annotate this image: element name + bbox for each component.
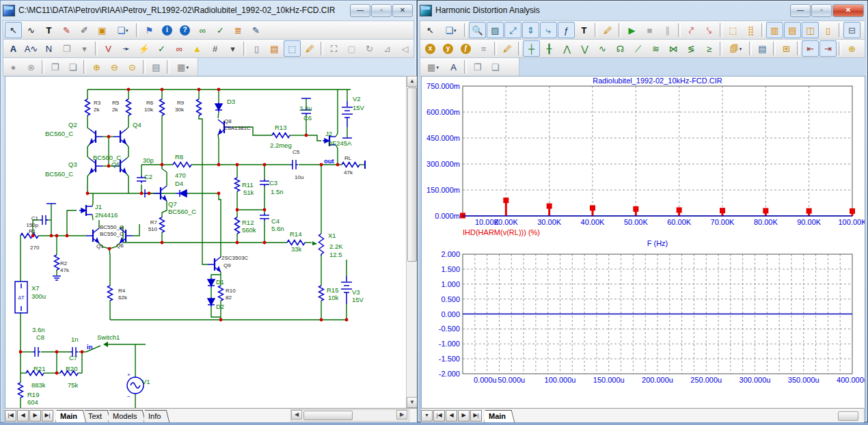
y-range-icon[interactable]: y [439,40,457,57]
slope-up-icon[interactable]: ⤤ [683,22,700,38]
stop-button[interactable]: ■ [641,22,658,38]
zoom-out-icon[interactable]: ⊖ [106,59,123,75]
wire-mode[interactable]: ∿ [23,22,40,38]
tab-dropdown[interactable]: ▾ [421,410,433,422]
plot-canvas[interactable]: Radiolubitel_1992-02_10kHz-FCD.CIR750.00… [421,76,865,409]
text-a-icon[interactable]: A [445,59,462,75]
text-page-icon[interactable]: ▤ [266,40,283,57]
annotate-icon[interactable]: ✎ [247,22,265,38]
close-button[interactable]: ✕ [832,4,864,17]
go-to-x-icon[interactable]: ⊞ [778,40,795,57]
left-cursor-icon[interactable]: ⇤ [802,40,819,57]
new-page-icon[interactable]: ▯ [248,40,265,57]
stub-dropdown[interactable]: ▾ [76,40,93,57]
tab-nav-prev[interactable]: ◀ [446,410,457,422]
run-button[interactable]: ▶ [623,22,640,38]
envelope-icon[interactable]: ≥ [701,40,718,57]
page-icon[interactable]: ▤ [148,59,165,75]
layout-grid-dropdown[interactable]: ▦▾ [422,59,444,75]
picture-tool[interactable]: ▣ [94,22,111,38]
peak-icon[interactable]: ⋀ [558,40,575,57]
scroll-up-icon[interactable]: ▲ [407,76,418,87]
show-currents[interactable]: ➛ [118,40,135,57]
zoom-in-icon[interactable]: ⊕ [88,59,105,75]
select-region[interactable]: ⬚ [284,40,301,57]
global-high-icon[interactable]: ⋈ [665,40,682,57]
grid-toggle[interactable]: # [206,40,223,57]
show-pin-connections[interactable]: ∞ [171,40,188,57]
region-blank[interactable]: ▢ [343,40,360,57]
x-range-icon[interactable]: x [422,40,439,57]
select-tool[interactable]: ↖ [5,22,22,38]
right-cursor-icon[interactable]: ⇥ [819,40,837,57]
pan-mode[interactable]: ⤢ [504,22,521,38]
show-attribute-text[interactable]: A [5,40,22,57]
tab-main[interactable]: Main [53,410,87,422]
help-icon[interactable]: ? [176,22,193,38]
tab-nav-first[interactable]: |◀ [5,410,16,422]
close-button[interactable]: ✕ [392,4,413,17]
scroll-left-icon[interactable]: ◀ [291,410,302,420]
global-low-icon[interactable]: ≶ [683,40,700,57]
schematic-hscrollbar[interactable]: ◀▶ [290,409,409,422]
tab-nav-first[interactable]: |◀ [433,410,445,422]
scale-mode[interactable]: ▨ [487,22,504,38]
verify-icon[interactable]: ✓ [212,22,229,38]
clipboard-cal-dropdown[interactable]: 🗐▾ [724,40,747,57]
show-value-text[interactable]: A∿ [23,40,40,57]
tab-nav-next[interactable]: ▶ [29,410,41,422]
fx-range-icon[interactable]: ƒ [457,40,474,57]
copy-page-icon[interactable]: ❐ [46,59,64,75]
inflection-icon[interactable]: ≋ [647,40,664,57]
rotate-icon[interactable]: ↻ [361,40,378,57]
plot-properties-icon[interactable]: 🖉 [499,40,516,57]
schematic-vscrollbar[interactable]: ▲ ▼ [406,76,418,408]
minimize-button[interactable]: — [350,4,370,17]
paste-page-icon[interactable]: ❏ [64,59,81,75]
low-icon[interactable]: ☊ [612,40,629,57]
panel-split-icon[interactable]: ◫ [802,22,819,38]
show-node-voltages[interactable]: V [100,40,117,57]
show-warnings[interactable]: ▲ [189,40,206,57]
minimize-button[interactable]: — [790,4,811,17]
grid-dropdown[interactable]: ▾ [224,40,241,57]
layout-grid-dropdown[interactable]: ▦▾ [172,59,194,75]
flag-tool[interactable]: ⚑ [141,22,158,38]
cursor-next-icon[interactable]: ╂ [541,40,558,57]
corner-scale-mode[interactable]: ⤷ [540,22,557,38]
vertical-scale-mode[interactable]: ⇕ [522,22,539,38]
tile-horizontal-icon[interactable]: ⊟ [843,22,860,38]
copy-stub[interactable]: ❐ [58,40,75,57]
tab-nav-last[interactable]: ▶| [470,410,482,422]
show-node-numbers[interactable]: N [40,40,57,57]
zoom-out-icon[interactable]: ⊖ [861,40,865,57]
titlebar[interactable]: Harmonic Distortion Analysis — ▫ ✕ [420,2,865,18]
maximize-button[interactable]: ▫ [811,4,832,17]
scroll-right-icon[interactable]: ▶ [396,410,407,420]
titlebar[interactable]: C:\MC11\DATA\Petrov\RIAA\Petrov_RL1992-0… [3,2,414,18]
scope-box-icon[interactable]: ⬚ [724,22,742,38]
pause-button[interactable]: ∥ [659,22,676,38]
cursor-mode-icon[interactable]: ┼ [523,40,540,57]
pencil-tool[interactable]: ✎ [58,22,75,38]
show-conditions[interactable]: ✓ [153,40,170,57]
tab-models[interactable]: Models [105,410,146,422]
numeric-output-icon[interactable]: ▤ [754,40,771,57]
info-icon[interactable]: i [159,22,176,38]
clipboard-dropdown[interactable]: ❏▾ [439,22,462,38]
slope-icon[interactable]: ⟋ [629,40,647,57]
panel-right-icon[interactable]: ▯ [819,22,837,38]
valley-icon[interactable]: ⋁ [576,40,593,57]
plot-hscroll-thumb[interactable] [838,411,858,421]
box-select-icon[interactable]: ⛶ [325,40,342,57]
tab-nav-next[interactable]: ▶ [458,410,470,422]
data-points-icon[interactable]: ⣿ [742,22,759,38]
text-tool[interactable]: T [40,22,57,38]
scroll-down-icon[interactable]: ▼ [407,397,418,408]
fx-mode[interactable]: ƒ [558,22,575,38]
format-lines-icon[interactable]: ≡ [475,40,492,57]
zoom-mode[interactable]: 🔍 [469,22,486,38]
panel-left-icon[interactable]: ▥ [766,22,783,38]
hscroll-thumb[interactable] [303,411,353,420]
copy-page-icon[interactable]: ❐ [469,59,486,75]
